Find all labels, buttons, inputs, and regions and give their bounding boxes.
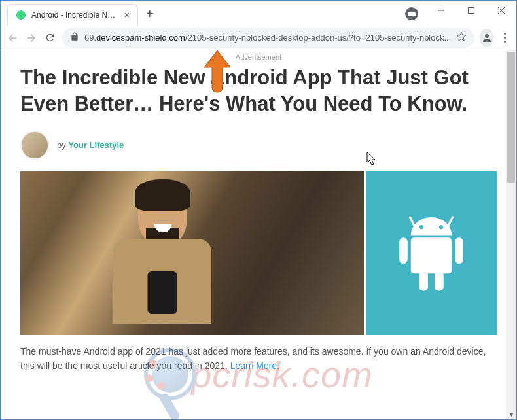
svg-rect-6 <box>411 237 452 273</box>
author-name[interactable]: Your Lifestyle <box>68 140 124 150</box>
android-panel <box>366 171 497 335</box>
incognito-icon <box>405 7 418 20</box>
byline: by Your Lifestyle <box>20 131 497 160</box>
profile-button[interactable] <box>480 29 493 47</box>
svg-rect-10 <box>435 271 444 290</box>
svg-rect-9 <box>419 271 428 290</box>
hero-photo <box>20 171 364 335</box>
scrollbar[interactable]: ▴ ▾ <box>506 50 516 419</box>
menu-button[interactable] <box>499 33 511 43</box>
back-button[interactable] <box>6 29 20 47</box>
new-tab-button[interactable]: + <box>146 7 154 26</box>
title-bar: Android - Incredible New App - E × + <box>1 1 516 26</box>
toolbar: 69.devicespam-shield.com/2105-security-n… <box>1 26 516 50</box>
tab-favicon <box>16 10 26 20</box>
forward-button[interactable] <box>25 29 39 47</box>
android-icon <box>389 204 474 302</box>
tab-title: Android - Incredible New App - E <box>31 10 119 20</box>
page-content: Advertisement The Incredible New Android… <box>1 50 516 419</box>
close-window-button[interactable] <box>486 1 516 20</box>
bookmark-star-icon[interactable] <box>456 31 467 44</box>
minimize-button[interactable] <box>426 1 456 20</box>
browser-tab[interactable]: Android - Incredible New App - E × <box>7 4 138 26</box>
lock-icon <box>70 32 79 44</box>
address-bar[interactable]: 69.devicespam-shield.com/2105-security-n… <box>62 28 474 48</box>
svg-rect-1 <box>469 8 474 14</box>
author-avatar <box>20 131 49 160</box>
reload-button[interactable] <box>43 29 57 47</box>
svg-point-5 <box>439 224 443 228</box>
body-text: The must-have Android app of 2021 has ju… <box>20 344 497 374</box>
svg-rect-8 <box>455 237 463 264</box>
scrollbar-thumb[interactable] <box>507 52 515 183</box>
scroll-down-icon[interactable]: ▾ <box>506 409 516 419</box>
page-title: The Incredible New Android App That Just… <box>20 65 497 118</box>
svg-rect-7 <box>399 237 408 264</box>
learn-more-link[interactable]: Learn More <box>230 360 277 371</box>
url-text: 69.devicespam-shield.com/2105-security-n… <box>84 33 451 43</box>
tab-close-icon[interactable]: × <box>124 10 130 20</box>
maximize-button[interactable] <box>456 1 486 20</box>
svg-point-4 <box>419 224 423 228</box>
advertisement-label: Advertisement <box>20 53 497 61</box>
hero-image <box>20 171 497 335</box>
